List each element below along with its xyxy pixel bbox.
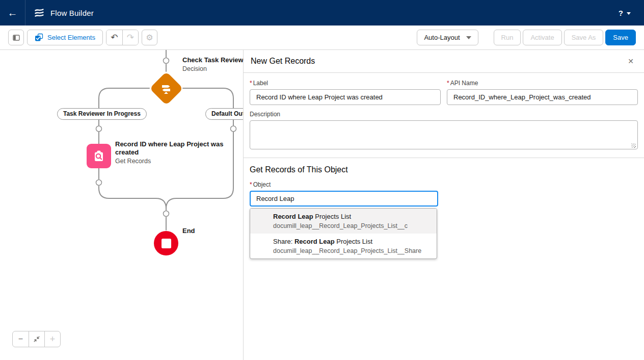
panel-toggle-icon bbox=[12, 34, 20, 42]
redo-button[interactable]: ↷ bbox=[122, 30, 138, 45]
zoom-out-button[interactable]: − bbox=[13, 331, 29, 347]
action-buttons: Run Activate Save As Save bbox=[494, 30, 636, 45]
signpost-icon bbox=[159, 82, 173, 95]
object-field: *Object bbox=[250, 181, 438, 207]
branch-label-left[interactable]: Task Reviewer In Progress bbox=[57, 108, 147, 120]
toolbar: Select Elements ↶ ↷ ⚙ Auto-Layout Run Ac… bbox=[0, 25, 644, 50]
end-node[interactable] bbox=[154, 231, 178, 255]
section-title: Get Records of This Object bbox=[250, 165, 638, 174]
activate-label: Activate bbox=[530, 34, 554, 41]
label-field-label: Label bbox=[253, 80, 268, 87]
option-title: Record Leap Projects List bbox=[273, 212, 431, 221]
end-node-label: End bbox=[182, 227, 195, 235]
flow-canvas[interactable]: Check Task Reviewer Decision Task Review… bbox=[0, 50, 243, 360]
branch-label-right[interactable]: Default Outcome bbox=[205, 108, 243, 120]
app-title: Flow Builder bbox=[50, 9, 94, 17]
option-title: Share: Record Leap Projects List bbox=[273, 237, 431, 246]
decision-title: Check Task Reviewer bbox=[182, 56, 243, 64]
run-button[interactable]: Run bbox=[494, 30, 521, 45]
back-button[interactable]: ← bbox=[0, 0, 25, 25]
object-combobox-input[interactable] bbox=[250, 191, 438, 207]
description-field: Description bbox=[250, 111, 638, 151]
close-icon: ✕ bbox=[628, 57, 634, 65]
gear-icon: ⚙ bbox=[146, 33, 153, 42]
connector-lines bbox=[0, 50, 243, 360]
help-button[interactable]: ? bbox=[619, 9, 631, 17]
required-marker: * bbox=[250, 181, 253, 188]
dropdown-option[interactable]: Record Leap Projects List documill_leap_… bbox=[250, 209, 437, 234]
activate-button[interactable]: Activate bbox=[523, 30, 561, 45]
label-field: *Label bbox=[250, 80, 441, 105]
collapse-arrows-icon bbox=[33, 335, 41, 343]
run-label: Run bbox=[501, 34, 514, 41]
redo-icon: ↷ bbox=[127, 32, 134, 43]
select-elements-label: Select Elements bbox=[47, 34, 95, 41]
panel-title: New Get Records bbox=[251, 57, 315, 66]
decision-node-label[interactable]: Check Task Reviewer Decision bbox=[182, 56, 243, 73]
option-api-name: documill_leap__Record_Leap_Projects_List… bbox=[273, 247, 431, 255]
required-marker: * bbox=[447, 80, 450, 87]
api-name-field: *API Name bbox=[447, 80, 638, 105]
description-field-label: Description bbox=[250, 111, 638, 118]
api-name-field-label: API Name bbox=[450, 80, 478, 87]
decision-subtitle: Decision bbox=[182, 65, 243, 73]
toggle-panel-button[interactable] bbox=[8, 30, 24, 45]
back-arrow-icon: ← bbox=[8, 7, 18, 19]
zoom-controls: − + bbox=[12, 331, 61, 347]
panel-body: *Label *API Name Description Get Records… bbox=[244, 73, 644, 266]
flow-builder-icon bbox=[34, 7, 45, 18]
help-icon: ? bbox=[619, 9, 623, 17]
section-divider bbox=[244, 158, 644, 158]
object-field-label: Object bbox=[253, 181, 271, 188]
caret-down-icon bbox=[466, 36, 471, 39]
get-records-subtitle: Get Records bbox=[115, 158, 242, 165]
undo-button[interactable]: ↶ bbox=[106, 30, 122, 45]
close-button[interactable]: ✕ bbox=[625, 55, 637, 67]
get-records-node[interactable] bbox=[87, 144, 111, 168]
chevron-down-icon bbox=[627, 12, 631, 15]
object-dropdown: Record Leap Projects List documill_leap_… bbox=[250, 208, 437, 259]
stop-icon bbox=[162, 239, 171, 248]
brand: Flow Builder bbox=[25, 7, 102, 18]
option-api-name: documill_leap__Record_Leap_Projects_List… bbox=[273, 222, 431, 230]
minus-icon: − bbox=[18, 335, 23, 344]
save-as-label: Save As bbox=[572, 34, 596, 41]
decision-node[interactable] bbox=[149, 71, 183, 105]
save-label: Save bbox=[613, 34, 628, 41]
save-button[interactable]: Save bbox=[605, 30, 636, 45]
api-name-input[interactable] bbox=[447, 89, 638, 105]
get-records-node-label[interactable]: Record ID where Leap Project was created… bbox=[115, 140, 242, 165]
dropdown-option[interactable]: Share: Record Leap Projects List documil… bbox=[250, 234, 437, 259]
save-as-button[interactable]: Save As bbox=[564, 30, 604, 45]
resize-handle-icon[interactable] bbox=[631, 143, 636, 148]
clipboard-search-icon bbox=[92, 149, 105, 163]
undo-icon: ↶ bbox=[111, 32, 118, 43]
undo-redo-group: ↶ ↷ bbox=[106, 30, 139, 45]
required-marker: * bbox=[250, 80, 253, 87]
fit-view-button[interactable] bbox=[29, 331, 44, 347]
label-input[interactable] bbox=[250, 89, 441, 105]
navbar: ← Flow Builder ? bbox=[0, 0, 644, 25]
main-area: Check Task Reviewer Decision Task Review… bbox=[0, 50, 644, 360]
auto-layout-dropdown[interactable]: Auto-Layout bbox=[417, 30, 478, 45]
auto-layout-label: Auto-Layout bbox=[424, 34, 460, 41]
properties-panel: New Get Records ✕ *Label *API Name bbox=[243, 50, 644, 360]
plus-icon: + bbox=[50, 334, 56, 345]
settings-button[interactable]: ⚙ bbox=[142, 30, 157, 45]
zoom-in-button[interactable]: + bbox=[44, 331, 60, 347]
get-records-title: Record ID where Leap Project was created bbox=[115, 140, 242, 157]
select-elements-button[interactable]: Select Elements bbox=[27, 30, 103, 45]
checkbox-icon bbox=[35, 33, 43, 42]
panel-header: New Get Records ✕ bbox=[244, 50, 644, 73]
description-input[interactable] bbox=[250, 120, 638, 149]
end-title: End bbox=[182, 227, 195, 235]
